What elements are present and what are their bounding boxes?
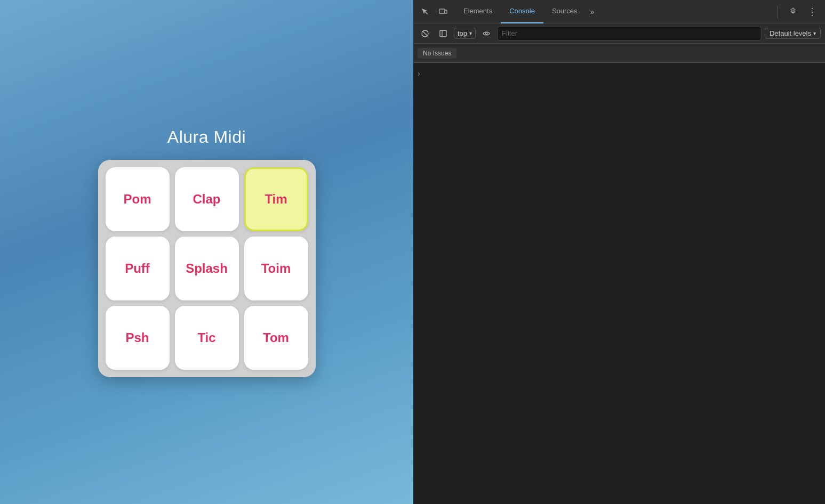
settings-button[interactable]	[784, 3, 802, 20]
no-issues-badge[interactable]: No Issues	[418, 48, 456, 59]
pad-button-splash[interactable]: Splash	[175, 237, 239, 300]
app-title: Alura Midi	[167, 127, 246, 147]
no-issues-bar: No Issues	[413, 44, 825, 63]
svg-line-0	[425, 12, 428, 14]
pad-label: Tic	[197, 330, 215, 345]
pad-button-tim[interactable]: Tim	[244, 167, 308, 231]
pad-label: Pom	[123, 192, 151, 207]
tab-console[interactable]: Console	[501, 0, 543, 23]
pad-label: Psh	[125, 330, 149, 345]
pad-label: Splash	[186, 261, 228, 276]
clear-console-button[interactable]	[418, 26, 432, 41]
pad-container: PomClapTimPuffSplashToimPshTicTom	[98, 160, 316, 377]
pad-button-pom[interactable]: Pom	[106, 167, 170, 231]
inspect-element-button[interactable]	[416, 3, 434, 20]
devtools-toolbar-right: ⋮	[780, 3, 825, 20]
toolbar-divider	[778, 5, 778, 18]
eye-button[interactable]	[479, 26, 494, 41]
pad-button-clap[interactable]: Clap	[175, 167, 239, 231]
default-levels-label: Default levels	[770, 29, 811, 37]
console-bar: top ▾ Default levels ▾	[413, 23, 825, 44]
tab-more-button[interactable]: »	[586, 0, 599, 23]
chevron-down-icon: ▾	[469, 30, 472, 36]
filter-input[interactable]	[497, 27, 762, 40]
more-options-button[interactable]: ⋮	[804, 3, 821, 20]
pad-label: Puff	[125, 261, 150, 276]
default-levels-dropdown[interactable]: Default levels ▾	[765, 28, 821, 39]
svg-rect-2	[445, 10, 447, 13]
device-toolbar-button[interactable]	[435, 3, 452, 20]
pad-button-tom[interactable]: Tom	[244, 306, 308, 370]
tab-elements[interactable]: Elements	[455, 0, 501, 23]
console-prompt: ›	[418, 67, 821, 80]
levels-chevron-icon: ▾	[813, 30, 816, 36]
tab-sources[interactable]: Sources	[543, 0, 586, 23]
app-panel: Alura Midi PomClapTimPuffSplashToimPshTi…	[0, 0, 413, 504]
devtools-toolbar: Elements Console Sources » ⋮	[413, 0, 825, 23]
top-selector[interactable]: top ▾	[454, 28, 476, 39]
devtools-tabs: Elements Console Sources »	[455, 0, 775, 23]
svg-line-4	[423, 31, 427, 36]
pad-button-psh[interactable]: Psh	[106, 306, 170, 370]
svg-rect-1	[439, 9, 445, 13]
pad-button-puff[interactable]: Puff	[106, 237, 170, 300]
svg-point-7	[485, 32, 487, 35]
devtools-icons-left	[413, 3, 455, 20]
pad-label: Tim	[265, 192, 287, 207]
top-label: top	[458, 29, 467, 37]
devtools-panel: Elements Console Sources » ⋮	[413, 0, 825, 504]
pad-button-tic[interactable]: Tic	[175, 306, 239, 370]
pad-label: Toim	[261, 261, 291, 276]
svg-rect-5	[440, 30, 446, 37]
pad-button-toim[interactable]: Toim	[244, 237, 308, 300]
console-content[interactable]: ›	[413, 63, 825, 504]
pad-label: Clap	[193, 192, 220, 207]
pad-label: Tom	[263, 330, 289, 345]
prompt-arrow-icon[interactable]: ›	[418, 69, 420, 78]
sidebar-toggle-button[interactable]	[436, 26, 451, 41]
